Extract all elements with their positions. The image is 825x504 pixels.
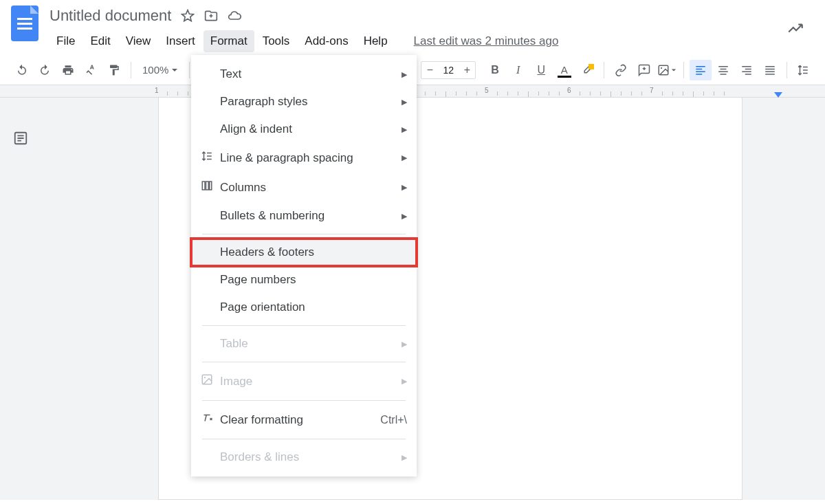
cloud-icon[interactable] <box>228 9 241 23</box>
dropdown-item-line-paragraph-spacing[interactable]: Line & paragraph spacing▶ <box>191 143 417 173</box>
chevron-right-icon: ▶ <box>402 125 407 134</box>
star-icon[interactable] <box>181 9 195 23</box>
dropdown-item-text[interactable]: Text▶ <box>191 61 417 88</box>
ruler-number: 6 <box>567 87 571 94</box>
dropdown-item-columns[interactable]: Columns▶ <box>191 173 417 202</box>
dropdown-item-table: Table▶ <box>191 330 417 358</box>
dropdown-separator <box>202 439 406 439</box>
chevron-right-icon: ▶ <box>402 212 407 221</box>
dropdown-item-label: Borders & lines <box>220 450 402 464</box>
header: Untitled document File Edit View Insert … <box>0 0 825 52</box>
outline-icon[interactable] <box>13 131 28 500</box>
activity-icon[interactable] <box>786 19 804 40</box>
menu-format[interactable]: Format <box>204 30 254 52</box>
dropdown-item-label: Headers & footers <box>220 245 407 259</box>
italic-button[interactable]: I <box>507 60 529 80</box>
svg-rect-5 <box>210 182 212 190</box>
dropdown-item-label: Bullets & numbering <box>220 209 402 223</box>
menu-insert[interactable]: Insert <box>159 30 202 52</box>
paint-format-button[interactable] <box>103 60 125 80</box>
align-center-button[interactable] <box>713 60 735 80</box>
chevron-right-icon: ▶ <box>402 153 407 162</box>
dropdown-item-image: Image▶ <box>191 366 417 396</box>
underline-button[interactable]: U <box>530 60 552 80</box>
chevron-right-icon: ▶ <box>402 183 407 192</box>
menu-help[interactable]: Help <box>357 30 395 52</box>
last-edit-link[interactable]: Last edit was 2 minutes ago <box>407 30 566 52</box>
dropdown-item-page-numbers[interactable]: Page numbers <box>191 266 417 294</box>
ruler-right-indent-icon[interactable] <box>774 92 782 98</box>
dropdown-separator <box>202 400 406 401</box>
chevron-down-icon <box>171 67 178 74</box>
svg-point-1 <box>661 67 662 68</box>
font-size-decrease[interactable]: − <box>421 64 438 76</box>
dropdown-separator <box>202 325 406 326</box>
line-spacing-button[interactable] <box>792 60 814 80</box>
ruler-number: 5 <box>485 87 489 94</box>
document-title[interactable]: Untitled document <box>50 6 171 26</box>
bold-button[interactable]: B <box>484 60 506 80</box>
dropdown-item-clear-formatting[interactable]: Clear formattingCtrl+\ <box>191 405 417 435</box>
dropdown-item-label: Page numbers <box>220 273 407 287</box>
menu-edit[interactable]: Edit <box>83 30 117 52</box>
dropdown-item-label: Line & paragraph spacing <box>220 151 402 165</box>
image-icon <box>201 373 220 389</box>
columns-icon <box>201 179 220 195</box>
svg-rect-3 <box>202 182 205 190</box>
chevron-right-icon: ▶ <box>402 98 407 107</box>
spellcheck-button[interactable] <box>80 60 102 80</box>
dropdown-item-label: Image <box>220 375 402 388</box>
font-size-increase[interactable]: + <box>459 64 475 76</box>
dropdown-shortcut: Ctrl+\ <box>380 414 407 426</box>
text-color-button[interactable]: A <box>553 60 575 80</box>
dropdown-item-headers-footers[interactable]: Headers & footers <box>191 239 417 266</box>
dropdown-item-borders-lines: Borders & lines▶ <box>191 443 417 471</box>
dropdown-item-label: Page orientation <box>220 300 407 314</box>
zoom-value: 100% <box>142 64 168 76</box>
toolbar-separator <box>131 62 131 78</box>
align-left-button[interactable] <box>690 60 712 80</box>
dropdown-item-bullets-numbering[interactable]: Bullets & numbering▶ <box>191 202 417 230</box>
dropdown-item-label: Paragraph styles <box>220 95 402 109</box>
ruler-number: 7 <box>650 87 654 94</box>
title-area: Untitled document File Edit View Insert … <box>50 6 814 52</box>
toolbar-separator <box>189 62 190 78</box>
chevron-right-icon: ▶ <box>402 340 407 349</box>
dropdown-item-label: Columns <box>220 181 402 195</box>
toolbar-separator <box>786 62 787 78</box>
dropdown-item-paragraph-styles[interactable]: Paragraph styles▶ <box>191 88 417 116</box>
font-size-value[interactable]: 12 <box>438 65 459 76</box>
zoom-selector[interactable]: 100% <box>137 64 184 76</box>
chevron-right-icon: ▶ <box>402 453 407 462</box>
undo-button[interactable] <box>11 60 33 80</box>
format-dropdown: Text▶Paragraph styles▶Align & indent▶Lin… <box>191 55 417 476</box>
align-right-button[interactable] <box>736 60 758 80</box>
dropdown-item-page-orientation[interactable]: Page orientation <box>191 294 417 321</box>
title-row: Untitled document <box>50 6 814 26</box>
font-size-control: − 12 + <box>421 61 476 79</box>
toolbar-separator <box>683 62 684 78</box>
ruler-number: 1 <box>155 87 159 94</box>
insert-image-button[interactable] <box>656 60 678 80</box>
menu-tools[interactable]: Tools <box>256 30 297 52</box>
print-button[interactable] <box>57 60 79 80</box>
chevron-down-icon <box>671 67 676 73</box>
insert-link-button[interactable] <box>610 60 632 80</box>
toolbar-separator <box>604 62 604 78</box>
dropdown-item-align-indent[interactable]: Align & indent▶ <box>191 116 417 143</box>
menu-file[interactable]: File <box>50 30 82 52</box>
left-gutter <box>0 98 41 500</box>
menu-view[interactable]: View <box>119 30 158 52</box>
redo-button[interactable] <box>34 60 56 80</box>
docs-logo-icon[interactable] <box>11 6 38 41</box>
highlight-button[interactable] <box>577 60 599 80</box>
dropdown-item-label: Align & indent <box>220 122 402 136</box>
align-justify-button[interactable] <box>759 60 781 80</box>
move-icon[interactable] <box>204 9 218 23</box>
clear-format-icon <box>201 412 220 428</box>
menu-addons[interactable]: Add-ons <box>298 30 355 52</box>
dropdown-item-label: Clear formatting <box>220 413 380 427</box>
svg-point-7 <box>204 377 206 378</box>
dropdown-item-label: Text <box>220 67 402 81</box>
add-comment-button[interactable] <box>633 60 655 80</box>
